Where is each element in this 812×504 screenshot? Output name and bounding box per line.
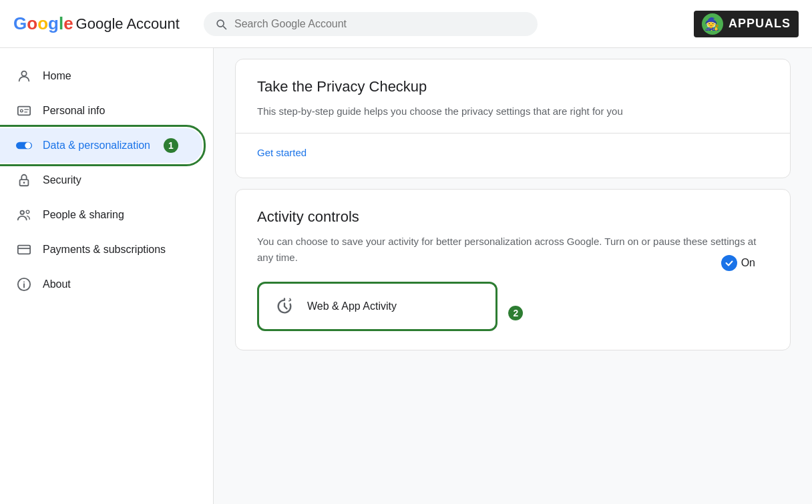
step2-badge: 2 — [508, 306, 523, 320]
toggle-icon — [16, 138, 32, 154]
activity-controls-description: You can choose to save your activity for… — [257, 234, 769, 266]
activity-controls-title: Activity controls — [257, 208, 769, 226]
info-icon — [16, 276, 32, 292]
main-content: Take the Privacy Checkup This step-by-st… — [214, 48, 812, 504]
card-icon — [16, 242, 32, 258]
sidebar-item-security[interactable]: Security — [0, 163, 202, 198]
appuals-text: APPUALS — [729, 17, 791, 31]
sidebar-item-security-label: Security — [43, 174, 81, 186]
svg-rect-1 — [18, 107, 30, 115]
card-divider — [236, 133, 790, 134]
activity-controls-card: Activity controls You can choose to save… — [235, 189, 791, 350]
get-started-link[interactable]: Get started — [257, 147, 307, 158]
appuals-icon: 🧙 — [702, 13, 723, 35]
activity-item-left: Web & App Activity — [272, 294, 482, 318]
svg-point-2 — [21, 109, 23, 112]
sidebar-item-about-label: About — [43, 278, 71, 290]
web-app-activity-label: Web & App Activity — [307, 300, 397, 312]
on-status: On — [721, 255, 755, 271]
search-bar[interactable] — [204, 12, 538, 36]
sidebar-item-home-label: Home — [43, 70, 71, 82]
person-icon — [16, 68, 32, 84]
check-circle-icon — [721, 255, 737, 271]
svg-point-0 — [21, 71, 26, 76]
search-icon — [214, 17, 228, 31]
sidebar-item-home[interactable]: Home — [0, 59, 202, 93]
on-status-text: On — [741, 257, 755, 269]
header: Google Google Account 🧙 APPUALS — [0, 0, 812, 48]
privacy-checkup-card: Take the Privacy Checkup This step-by-st… — [235, 59, 791, 178]
svg-point-9 — [21, 211, 25, 215]
web-app-activity-item[interactable]: Web & App Activity — [257, 282, 497, 331]
svg-point-8 — [23, 182, 25, 184]
appuals-logo: 🧙 APPUALS — [694, 11, 799, 37]
sidebar-item-data-personalization-label: Data & personalization — [43, 140, 150, 152]
svg-point-10 — [26, 210, 29, 214]
sidebar-item-personal-info[interactable]: Personal info — [0, 93, 202, 128]
svg-rect-11 — [18, 246, 30, 254]
privacy-checkup-description: This step-by-step guide helps you choose… — [257, 103, 769, 119]
privacy-checkup-title: Take the Privacy Checkup — [257, 78, 769, 95]
header-right: 🧙 APPUALS — [694, 11, 799, 37]
search-input[interactable] — [234, 18, 527, 30]
sidebar-item-payments-label: Payments & subscriptions — [43, 244, 166, 256]
layout: Home Personal info Data & — [0, 48, 812, 504]
sidebar-item-data-personalization[interactable]: Data & personalization 1 — [0, 128, 202, 163]
id-card-icon — [16, 103, 32, 119]
svg-point-6 — [25, 142, 31, 148]
step1-badge: 1 — [164, 138, 178, 153]
people-icon — [16, 207, 32, 223]
account-text: Google Account — [76, 15, 180, 33]
sidebar-item-people-sharing-label: People & sharing — [43, 209, 124, 221]
sidebar-item-people-sharing[interactable]: People & sharing — [0, 198, 202, 232]
sidebar-item-payments[interactable]: Payments & subscriptions — [0, 232, 202, 267]
svg-point-15 — [23, 281, 25, 282]
sidebar-item-personal-info-label: Personal info — [43, 105, 105, 117]
history-icon — [272, 294, 296, 318]
sidebar-item-about[interactable]: About — [0, 267, 202, 302]
lock-icon — [16, 172, 32, 188]
google-account-logo: Google Google Account — [13, 13, 180, 34]
sidebar: Home Personal info Data & — [0, 48, 214, 504]
